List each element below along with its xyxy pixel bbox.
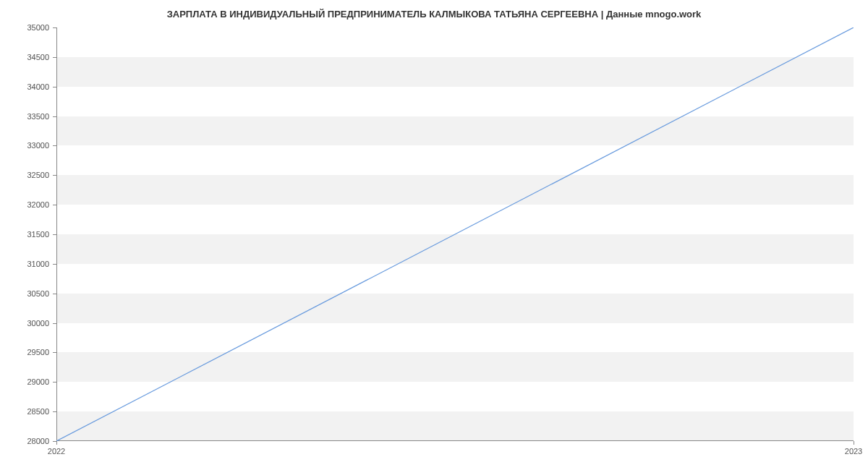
y-tick-label: 33500 [27,112,49,121]
y-tick-mark [53,264,56,265]
y-tick-label: 33000 [27,141,49,150]
y-axis [56,27,57,441]
y-tick-label: 29000 [27,377,49,386]
y-tick-label: 28000 [27,437,49,445]
grid-band [56,352,854,382]
grid-band [56,145,854,175]
y-tick-mark [53,116,56,117]
y-tick-label: 32000 [27,200,49,209]
y-tick-mark [53,411,56,412]
grid-band [56,382,854,411]
grid-band [56,175,854,205]
y-tick-mark [53,234,56,235]
grid-band [56,205,854,234]
x-tick-mark [56,441,57,445]
y-tick-mark [53,57,56,58]
grid-band [56,323,854,353]
y-tick-mark [53,205,56,205]
y-tick-label: 31500 [27,230,49,239]
y-tick-mark [53,87,56,87]
y-tick-label: 28500 [27,407,49,416]
y-tick-label: 35000 [27,23,49,32]
grid-band [56,411,854,441]
y-tick-label: 31000 [27,260,49,268]
grid-band [56,234,854,264]
y-tick-label: 29500 [27,348,49,356]
grid-band [56,264,854,294]
y-tick-mark [53,352,56,353]
y-tick-mark [53,382,56,383]
x-tick-label: 2023 [845,447,862,456]
grid-band [56,87,854,116]
x-tick-mark [854,441,854,445]
y-tick-mark [53,323,56,324]
grid-band [56,116,854,146]
grid-band [56,294,854,323]
y-tick-label: 34000 [27,82,49,91]
y-tick-mark [53,175,56,176]
x-tick-label: 2022 [48,447,65,456]
y-tick-label: 30500 [27,289,49,298]
y-tick-mark [53,294,56,294]
y-tick-label: 30000 [27,319,49,328]
y-tick-label: 34500 [27,53,49,61]
chart-container: ЗАРПЛАТА В ИНДИВИДУАЛЬНЫЙ ПРЕДПРИНИМАТЕЛ… [0,0,868,470]
y-tick-mark [53,27,56,28]
y-tick-mark [53,145,56,146]
x-axis [56,440,854,441]
plot-area: 2800028500290002950030000305003100031500… [56,27,854,441]
grid-band [56,27,854,57]
y-tick-label: 32500 [27,171,49,179]
chart-title: ЗАРПЛАТА В ИНДИВИДУАЛЬНЫЙ ПРЕДПРИНИМАТЕЛ… [0,0,868,20]
grid-band [56,57,854,87]
